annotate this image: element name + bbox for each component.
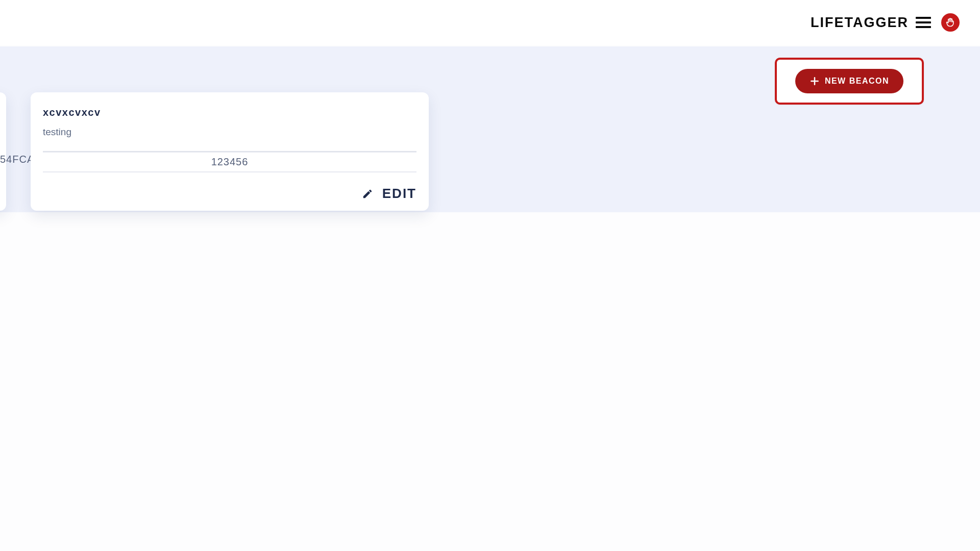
hand-logo-icon[interactable] (941, 13, 960, 32)
pencil-icon (362, 188, 373, 199)
beacon-card: 54FCA88 EDIT (0, 92, 6, 211)
beacon-title: xcvxcvxcv (43, 107, 416, 118)
beacon-card: xcvxcvxcv testing 123456 EDIT (31, 92, 429, 211)
new-beacon-button[interactable]: NEW BEACON (795, 69, 903, 93)
brand-label: LIFETAGGER (811, 15, 909, 31)
beacon-subtitle: testing (43, 127, 416, 138)
app-header: LIFETAGGER (0, 0, 980, 45)
hamburger-menu-icon[interactable] (916, 17, 931, 28)
edit-button[interactable]: EDIT (362, 186, 416, 202)
new-beacon-label: NEW BEACON (825, 77, 889, 86)
edit-label: EDIT (382, 186, 416, 202)
beacon-cards-row: 54FCA88 EDIT xcvxcvxcv testing 123456 (0, 92, 429, 211)
card-actions: EDIT (43, 172, 416, 202)
new-beacon-highlight-box: NEW BEACON (775, 58, 924, 105)
plus-icon (810, 76, 820, 86)
content-strip: NEW BEACON 54FCA88 EDIT xcvxcvxcv (0, 46, 980, 212)
beacon-code: 123456 (43, 152, 416, 172)
